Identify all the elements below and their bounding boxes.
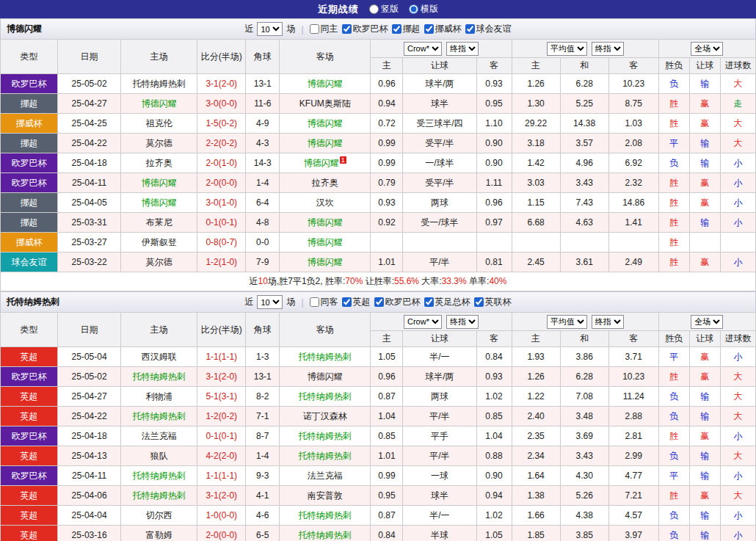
- away-team[interactable]: KFUM奥斯陆: [280, 94, 371, 114]
- away-team-name[interactable]: KFUM奥斯陆: [299, 98, 351, 109]
- away-team-name[interactable]: 博德闪耀: [308, 138, 343, 148]
- league-filter-checkbox[interactable]: [392, 24, 401, 34]
- euro-time-select[interactable]: 终指: [592, 315, 624, 329]
- home-team-name[interactable]: 博德闪耀: [142, 197, 177, 208]
- home-team[interactable]: 托特纳姆热刺: [121, 74, 197, 94]
- home-team[interactable]: 博德闪耀: [121, 193, 197, 213]
- home-team[interactable]: 莫尔德: [121, 134, 197, 153]
- home-team[interactable]: 法兰克福: [121, 426, 197, 446]
- match-count-select[interactable]: 10: [257, 22, 283, 36]
- layout-radio-horizontal-input[interactable]: [409, 4, 418, 14]
- league-filter-checkbox[interactable]: [374, 297, 384, 307]
- league-filter[interactable]: 欧罗巴杯: [374, 296, 421, 308]
- home-team-name[interactable]: 法兰克福: [142, 431, 177, 441]
- away-team-name[interactable]: 博德闪耀: [308, 79, 343, 89]
- scope-select[interactable]: 全场: [691, 42, 723, 56]
- away-team[interactable]: 托特纳姆热刺: [280, 387, 371, 407]
- home-team-name[interactable]: 拉齐奥: [146, 158, 172, 168]
- match-score[interactable]: 0-8(0-7): [197, 233, 246, 253]
- home-team-name[interactable]: 利物浦: [146, 391, 172, 402]
- league-filter-checkbox[interactable]: [424, 24, 434, 34]
- league-filter[interactable]: 挪威杯: [424, 23, 462, 35]
- match-score[interactable]: 5-1(3-1): [197, 387, 246, 407]
- home-team[interactable]: 布莱尼: [121, 213, 197, 233]
- away-team[interactable]: 南安普敦: [280, 486, 371, 506]
- away-team-name[interactable]: 托特纳姆热刺: [299, 431, 352, 441]
- home-team[interactable]: 莫尔德: [121, 253, 197, 272]
- away-team-name[interactable]: 托特纳姆热刺: [299, 352, 352, 362]
- home-team[interactable]: 西汉姆联: [121, 347, 197, 367]
- match-score[interactable]: 1-5(0-2): [197, 114, 246, 134]
- away-team[interactable]: 托特纳姆热刺: [280, 526, 371, 541]
- away-team[interactable]: 托特纳姆热刺: [280, 446, 371, 466]
- league-filter-checkbox[interactable]: [342, 297, 352, 307]
- euro-source-select[interactable]: 平均值: [547, 315, 587, 329]
- same-venue-filter[interactable]: 同客: [310, 296, 338, 308]
- league-filter[interactable]: 挪超: [392, 23, 421, 35]
- home-team[interactable]: 利物浦: [121, 387, 197, 407]
- away-team[interactable]: 托特纳姆热刺: [280, 506, 371, 526]
- match-score[interactable]: 1-0(0-0): [197, 506, 246, 526]
- away-team-name[interactable]: 博德闪耀: [308, 371, 343, 382]
- home-team[interactable]: 托特纳姆热刺: [121, 367, 197, 387]
- league-filter-checkbox[interactable]: [342, 24, 352, 34]
- away-team-name[interactable]: 博德闪耀: [308, 217, 343, 228]
- home-team[interactable]: 伊斯叙登: [121, 233, 197, 253]
- away-team-name[interactable]: 诺丁汉森林: [303, 411, 347, 421]
- away-team-name[interactable]: 托特纳姆热刺: [299, 391, 352, 402]
- layout-radio-horizontal[interactable]: 横版: [409, 3, 438, 15]
- match-score[interactable]: 2-2(0-2): [197, 134, 246, 153]
- home-team[interactable]: 托特纳姆热刺: [121, 486, 197, 506]
- league-filter[interactable]: 英超: [342, 296, 371, 308]
- home-team-name[interactable]: 托特纳姆热刺: [133, 411, 186, 421]
- home-team-name[interactable]: 托特纳姆热刺: [133, 79, 186, 89]
- home-team[interactable]: 狼队: [121, 446, 197, 466]
- home-team[interactable]: 拉齐奥: [121, 153, 197, 173]
- home-team-name[interactable]: 布莱尼: [146, 217, 172, 228]
- home-team-name[interactable]: 祖克伦: [146, 118, 172, 128]
- handicap-time-select[interactable]: 终指: [446, 315, 479, 329]
- away-team-name[interactable]: 博德闪耀: [304, 158, 339, 168]
- home-team-name[interactable]: 托特纳姆热刺: [133, 490, 186, 501]
- away-team[interactable]: 法兰克福: [280, 466, 371, 486]
- match-score[interactable]: 1-1(1-1): [197, 466, 246, 486]
- away-team-name[interactable]: 托特纳姆热刺: [299, 510, 352, 520]
- away-team[interactable]: 博德闪耀: [280, 114, 371, 134]
- match-score[interactable]: 1-2(1-0): [197, 253, 246, 272]
- layout-radio-vertical-input[interactable]: [369, 4, 379, 14]
- away-team-name[interactable]: 法兰克福: [308, 471, 343, 481]
- away-team[interactable]: 汉坎: [280, 193, 371, 213]
- match-score[interactable]: 1-2(0-2): [197, 407, 246, 426]
- scope-select[interactable]: 全场: [691, 315, 723, 329]
- match-score[interactable]: 0-1(0-1): [197, 426, 246, 446]
- match-score[interactable]: 3-1(2-0): [197, 74, 246, 94]
- home-team[interactable]: 博德闪耀: [121, 173, 197, 193]
- match-score[interactable]: 3-0(0-0): [197, 94, 246, 114]
- away-team[interactable]: 诺丁汉森林: [280, 407, 371, 426]
- away-team[interactable]: 博德闪耀1: [280, 153, 371, 173]
- away-team[interactable]: 博德闪耀: [280, 233, 371, 253]
- same-venue-filter[interactable]: 同主: [310, 23, 338, 35]
- away-team-name[interactable]: 博德闪耀: [308, 118, 343, 128]
- layout-radio-vertical[interactable]: 竖版: [369, 3, 399, 15]
- away-team[interactable]: 托特纳姆热刺: [280, 347, 371, 367]
- away-team-name[interactable]: 托特纳姆热刺: [299, 451, 352, 461]
- away-team[interactable]: 拉齐奥: [280, 173, 371, 193]
- same-venue-checkbox[interactable]: [310, 24, 319, 34]
- match-score[interactable]: 2-0(1-0): [197, 153, 246, 173]
- home-team-name[interactable]: 伊斯叙登: [142, 237, 177, 247]
- match-score[interactable]: 4-2(2-0): [197, 446, 246, 466]
- league-filter[interactable]: 球会友谊: [465, 23, 512, 35]
- same-venue-checkbox[interactable]: [310, 297, 319, 307]
- home-team-name[interactable]: 博德闪耀: [142, 178, 177, 188]
- away-team[interactable]: 博德闪耀: [280, 213, 371, 233]
- league-filter[interactable]: 英联杯: [474, 296, 512, 308]
- home-team[interactable]: 富勒姆: [121, 526, 197, 541]
- away-team-name[interactable]: 博德闪耀: [308, 237, 343, 247]
- league-filter[interactable]: 英足总杯: [424, 296, 470, 308]
- bookmaker-select[interactable]: Crow*: [404, 42, 442, 56]
- home-team-name[interactable]: 莫尔德: [146, 257, 172, 267]
- away-team[interactable]: 博德闪耀: [280, 367, 371, 387]
- home-team-name[interactable]: 莫尔德: [146, 138, 172, 148]
- home-team[interactable]: 博德闪耀: [121, 94, 197, 114]
